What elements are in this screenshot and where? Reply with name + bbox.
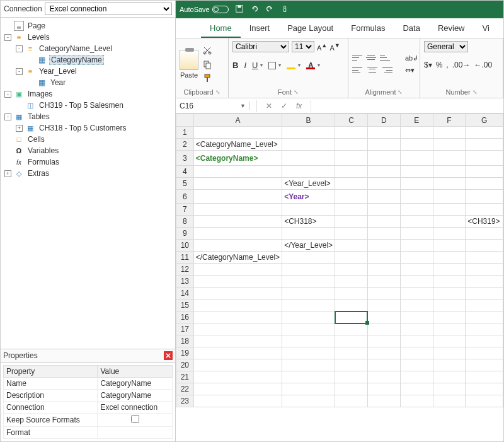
copy-icon[interactable] <box>202 59 212 69</box>
decrease-font-icon[interactable]: A▼ <box>329 42 340 52</box>
cell[interactable] <box>335 216 368 228</box>
cell[interactable] <box>367 323 400 335</box>
cell[interactable] <box>400 252 433 264</box>
cell[interactable] <box>367 190 400 204</box>
cell[interactable] <box>466 311 503 323</box>
connection-select[interactable]: Excel connection <box>45 3 172 15</box>
cell[interactable] <box>433 204 466 216</box>
cell[interactable] <box>466 371 503 383</box>
tab-review[interactable]: Review <box>429 18 474 38</box>
redo-icon[interactable] <box>265 4 274 15</box>
row-header[interactable]: 10 <box>176 240 194 252</box>
cell[interactable] <box>367 240 400 252</box>
cell[interactable] <box>335 395 368 407</box>
align-dialog-icon[interactable]: ⤡ <box>398 89 403 95</box>
cell[interactable] <box>367 359 400 371</box>
cell[interactable] <box>466 204 503 216</box>
cell[interactable] <box>367 311 400 323</box>
cell[interactable] <box>193 300 282 311</box>
cell[interactable] <box>193 190 282 204</box>
tree-item[interactable]: -Tables <box>4 111 174 122</box>
cell[interactable] <box>433 216 466 228</box>
cell[interactable] <box>335 264 368 276</box>
tab-page-layout[interactable]: Page Layout <box>278 18 342 38</box>
font-name-select[interactable]: Calibri <box>232 41 289 52</box>
tab-vi[interactable]: Vi <box>474 18 498 38</box>
cell[interactable] <box>193 228 282 240</box>
col-header[interactable]: D <box>367 114 400 127</box>
cell[interactable] <box>335 371 368 383</box>
row-header[interactable]: 4 <box>176 166 194 178</box>
comma-button[interactable]: , <box>446 61 448 69</box>
cell[interactable] <box>282 252 335 264</box>
cell[interactable] <box>433 383 466 395</box>
cell[interactable] <box>400 300 433 311</box>
cell[interactable] <box>335 228 368 240</box>
tree-item[interactable]: -Levels <box>4 32 174 43</box>
tree-toggle-icon[interactable]: + <box>4 170 11 177</box>
currency-button[interactable]: $▾ <box>424 61 432 69</box>
cell[interactable] <box>466 300 503 311</box>
tab-data[interactable]: Data <box>394 18 428 38</box>
cell[interactable] <box>433 395 466 407</box>
border-button[interactable] <box>268 62 276 69</box>
cut-icon[interactable] <box>202 45 212 55</box>
row-header[interactable]: 15 <box>176 300 194 311</box>
property-row[interactable]: ConnectionExcel connection <box>4 402 173 414</box>
cell[interactable] <box>193 240 282 252</box>
cell[interactable] <box>367 300 400 311</box>
percent-button[interactable]: % <box>436 61 443 69</box>
cell[interactable] <box>433 190 466 204</box>
cell[interactable] <box>400 383 433 395</box>
cell[interactable]: <Year> <box>282 190 335 204</box>
cell[interactable]: <CategoryName_Level> <box>193 139 282 151</box>
row-header[interactable]: 8 <box>176 216 194 228</box>
tree-toggle-icon[interactable]: + <box>16 125 23 132</box>
cell[interactable] <box>282 395 335 407</box>
name-box[interactable]: C16 ▼ <box>176 102 250 110</box>
enter-icon[interactable]: ✓ <box>281 102 287 110</box>
cell[interactable] <box>400 139 433 151</box>
cell[interactable] <box>466 288 503 300</box>
cell[interactable] <box>335 127 368 139</box>
property-row[interactable]: NameCategoryName <box>4 378 173 390</box>
underline-button[interactable]: U <box>252 61 258 70</box>
row-header[interactable]: 20 <box>176 359 194 371</box>
cell[interactable] <box>367 252 400 264</box>
cell[interactable] <box>433 139 466 151</box>
cell[interactable] <box>335 139 368 151</box>
tree-item[interactable]: Cells <box>4 134 174 145</box>
cell[interactable] <box>367 383 400 395</box>
cell[interactable] <box>433 178 466 190</box>
cell[interactable] <box>193 127 282 139</box>
cell[interactable] <box>400 276 433 288</box>
cell[interactable] <box>282 166 335 178</box>
cell[interactable] <box>433 276 466 288</box>
cell[interactable]: <CH319> <box>466 216 503 228</box>
tree-item[interactable]: -CategoryName_Level <box>4 43 174 54</box>
save-icon[interactable] <box>235 4 244 15</box>
align-left-icon[interactable] <box>352 67 362 74</box>
cell[interactable] <box>282 383 335 395</box>
cell[interactable] <box>193 288 282 300</box>
cell[interactable] <box>367 395 400 407</box>
keep-source-formats-checkbox[interactable] <box>131 415 139 423</box>
autosave-toggle[interactable]: AutoSave <box>180 6 229 13</box>
fx-icon[interactable]: fx <box>296 102 302 110</box>
properties-close-button[interactable] <box>164 351 173 360</box>
cell[interactable] <box>466 359 503 371</box>
row-header[interactable]: 3 <box>176 151 194 166</box>
col-header[interactable]: F <box>433 114 466 127</box>
cell[interactable] <box>335 151 368 166</box>
col-header[interactable]: B <box>282 114 335 127</box>
cell[interactable] <box>433 335 466 347</box>
cell[interactable] <box>193 264 282 276</box>
merge-icon[interactable]: ⇔▾ <box>405 66 418 74</box>
cell[interactable] <box>282 228 335 240</box>
cell[interactable] <box>466 166 503 178</box>
row-header[interactable]: 12 <box>176 264 194 276</box>
cell[interactable] <box>367 276 400 288</box>
cell[interactable] <box>193 166 282 178</box>
cell[interactable] <box>335 323 368 335</box>
cell[interactable] <box>367 204 400 216</box>
